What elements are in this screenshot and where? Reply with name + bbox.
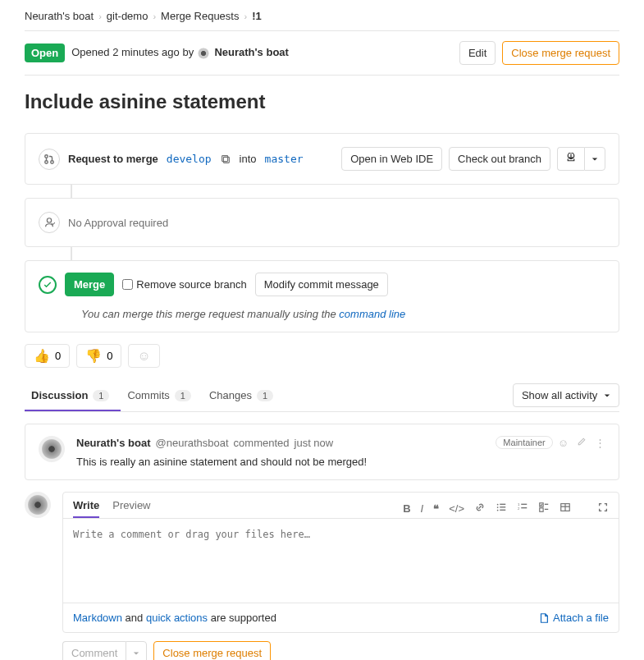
thumbs-up-icon: 👍: [34, 348, 50, 364]
comment-button[interactable]: Comment: [62, 641, 126, 660]
svg-rect-20: [545, 509, 548, 510]
breadcrumb-owner[interactable]: Neurath's boat: [25, 10, 94, 22]
comment-dropdown[interactable]: [126, 641, 147, 660]
merge-panel: Merge Remove source branch Modify commit…: [25, 260, 619, 332]
checkout-button[interactable]: Check out branch: [449, 147, 550, 171]
opened-ago: 2 minutes ago: [112, 46, 180, 58]
code-icon[interactable]: </>: [449, 502, 464, 515]
svg-rect-10: [500, 504, 505, 505]
tab-changes[interactable]: Changes 1: [203, 379, 285, 411]
supported-label: are supported: [211, 612, 276, 624]
approval-panel: No Approval required: [25, 198, 619, 247]
svg-point-8: [497, 506, 499, 508]
svg-point-0: [45, 154, 48, 158]
request-row: Request to merge develop into master Ope…: [25, 134, 619, 184]
svg-rect-18: [545, 504, 548, 505]
breadcrumb-id[interactable]: !1: [252, 10, 262, 22]
tab-discussion-label: Discussion: [31, 389, 88, 401]
status-badge: Open: [25, 44, 65, 62]
pipeline-connector: [71, 247, 72, 260]
svg-point-6: [47, 218, 51, 222]
discussion-note: Neurath's boat @neurathsboat commented j…: [25, 424, 619, 480]
manual-prefix: You can merge this merge request manuall…: [81, 308, 336, 320]
success-icon: [39, 276, 57, 294]
preview-tab[interactable]: Preview: [112, 499, 150, 518]
markdown-link[interactable]: Markdown: [73, 612, 122, 624]
download-button[interactable]: [557, 147, 584, 171]
note-role-badge: Maintainer: [496, 436, 552, 449]
table-icon[interactable]: [560, 502, 571, 516]
comment-textarea[interactable]: [63, 518, 619, 600]
avatar: [25, 492, 51, 518]
approval-text: No Approval required: [68, 217, 168, 229]
thumbs-down-button[interactable]: 👎 0: [76, 344, 121, 368]
svg-rect-15: [521, 504, 527, 505]
svg-rect-4: [222, 155, 227, 161]
remove-branch-checkbox[interactable]: [122, 279, 133, 290]
bulleted-list-icon[interactable]: [496, 502, 507, 516]
merge-request-panel: Request to merge develop into master Ope…: [25, 133, 619, 185]
svg-rect-16: [521, 507, 527, 508]
svg-rect-11: [500, 506, 505, 507]
source-branch[interactable]: develop: [167, 153, 212, 165]
note-verb: commented: [234, 437, 290, 449]
edit-button[interactable]: Edit: [459, 41, 496, 65]
opened-meta: Opened 2 minutes ago by Neurath's boat: [71, 46, 453, 60]
merge-button[interactable]: Merge: [65, 273, 114, 296]
page-title: Include asinine statement: [25, 76, 619, 133]
italic-icon[interactable]: I: [421, 502, 424, 515]
mr-header: Open Opened 2 minutes ago by Neurath's b…: [25, 30, 619, 76]
tab-commits[interactable]: Commits 1: [121, 379, 202, 411]
close-mr-button-bottom[interactable]: Close merge request: [153, 641, 271, 660]
web-ide-button[interactable]: Open in Web IDE: [341, 147, 442, 171]
tab-discussion-count: 1: [93, 390, 109, 401]
svg-rect-12: [500, 510, 505, 511]
command-line-link[interactable]: command line: [339, 308, 405, 320]
svg-point-1: [45, 160, 48, 163]
note-handle[interactable]: @neurathsboat: [156, 437, 229, 449]
remove-branch-option[interactable]: Remove source branch: [122, 278, 246, 291]
reactions-bar: 👍 0 👎 0 ☺: [25, 332, 619, 379]
comment-form: Write Preview B I ❝ </> 12 Markdown and: [25, 492, 619, 633]
chevron-right-icon: ›: [153, 11, 156, 21]
add-reaction-button[interactable]: ☺: [128, 344, 159, 368]
svg-rect-19: [540, 508, 543, 511]
download-dropdown[interactable]: [584, 147, 605, 171]
close-mr-button[interactable]: Close merge request: [502, 41, 619, 65]
tab-discussion[interactable]: Discussion 1: [25, 379, 121, 411]
author-name[interactable]: Neurath's boat: [214, 46, 289, 58]
editor-toolbar: B I ❝ </> 12: [403, 502, 609, 516]
more-icon[interactable]: ⋮: [595, 437, 605, 449]
link-icon[interactable]: [474, 502, 486, 516]
fullscreen-icon[interactable]: [597, 502, 609, 516]
edit-icon[interactable]: [577, 437, 587, 449]
quick-actions-link[interactable]: quick actions: [146, 612, 208, 624]
numbered-list-icon[interactable]: 12: [517, 502, 528, 516]
note-author[interactable]: Neurath's boat: [76, 437, 151, 449]
target-branch[interactable]: master: [265, 153, 304, 165]
quote-icon[interactable]: ❝: [433, 502, 439, 515]
breadcrumb-repo[interactable]: git-demo: [107, 10, 148, 22]
tab-commits-label: Commits: [127, 389, 169, 401]
modify-commit-button[interactable]: Modify commit message: [255, 273, 388, 296]
task-list-icon[interactable]: [538, 502, 550, 516]
avatar: [197, 47, 210, 60]
by-label: by: [182, 46, 194, 58]
note-time: just now: [295, 437, 334, 449]
bold-icon[interactable]: B: [403, 502, 410, 515]
tab-changes-label: Changes: [209, 389, 252, 401]
write-tab[interactable]: Write: [73, 499, 99, 518]
activity-filter-button[interactable]: Show all activity: [513, 383, 619, 407]
react-icon[interactable]: ☺: [558, 437, 569, 449]
svg-point-2: [51, 160, 54, 163]
attach-file[interactable]: Attach a file: [538, 612, 609, 624]
copy-icon[interactable]: [220, 154, 231, 165]
request-actions: Open in Web IDE Check out branch: [341, 147, 605, 171]
svg-point-9: [497, 510, 499, 511]
request-label: Request to merge: [68, 153, 158, 165]
breadcrumb-section[interactable]: Merge Requests: [161, 10, 239, 22]
opened-label: Opened: [71, 46, 109, 58]
thumbs-up-button[interactable]: 👍 0: [25, 344, 70, 368]
activity-filter: Show all activity: [513, 383, 619, 407]
tab-changes-count: 1: [257, 390, 273, 401]
